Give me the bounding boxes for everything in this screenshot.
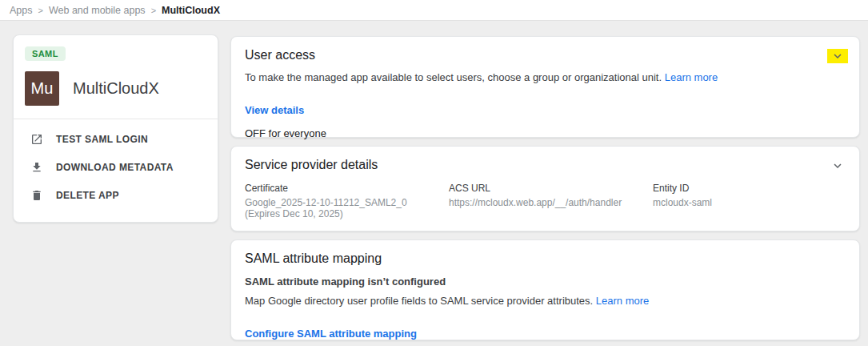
app-name: MultiCloudX <box>73 79 159 98</box>
saml-mapping-status: SAML attribute mapping isn’t configured <box>245 276 846 288</box>
user-access-card: User access To make the managed app avai… <box>230 36 860 138</box>
menu-item-label: DOWNLOAD METADATA <box>56 162 174 173</box>
breadcrumb-item-web-and-mobile-apps[interactable]: Web and mobile apps <box>49 5 146 16</box>
breadcrumb-separator: > <box>38 6 43 15</box>
description-text: Map Google directory user profile fields… <box>245 295 593 307</box>
acs-url-field: ACS URL https://mcloudx.web.app/__/auth/… <box>449 183 653 219</box>
certificate-field: Certificate Google_2025-12-10-11212_SAML… <box>245 183 449 219</box>
user-access-status: OFF for everyone <box>245 127 846 139</box>
download-icon <box>30 161 43 174</box>
breadcrumb: Apps > Web and mobile apps > MultiCloudX <box>10 5 220 16</box>
field-label: Certificate <box>245 183 441 194</box>
app-info-card: SAML Mu MultiCloudX TEST SAML LOGIN DOWN… <box>13 34 218 223</box>
field-value-secondary: (Expires Dec 10, 2025) <box>245 208 441 219</box>
field-value: Google_2025-12-10-11212_SAML2_0 <box>245 197 441 208</box>
menu-item-label: TEST SAML LOGIN <box>56 134 148 145</box>
menu-item-label: DELETE APP <box>56 190 119 201</box>
breadcrumb-item-apps[interactable]: Apps <box>10 5 33 16</box>
learn-more-link[interactable]: Learn more <box>596 295 649 307</box>
saml-mapping-description: Map Google directory user profile fields… <box>245 295 846 307</box>
field-label: ACS URL <box>449 183 645 194</box>
saml-badge: SAML <box>25 46 66 61</box>
test-saml-login-button[interactable]: TEST SAML LOGIN <box>14 125 218 153</box>
user-access-title: User access <box>245 48 846 62</box>
saml-mapping-title: SAML attribute mapping <box>245 251 846 266</box>
view-details-link[interactable]: View details <box>245 104 304 116</box>
configure-saml-mapping-link[interactable]: Configure SAML attribute mapping <box>245 328 417 340</box>
description-text: To make the managed app available to sel… <box>245 71 662 83</box>
saml-mapping-card: SAML attribute mapping SAML attribute ma… <box>230 239 860 340</box>
breadcrumb-item-current: MultiCloudX <box>162 5 220 16</box>
app-actions-menu: TEST SAML LOGIN DOWNLOAD METADATA DELETE… <box>14 119 218 209</box>
chevron-down-icon <box>830 159 845 173</box>
service-provider-card: Service provider details Certificate Goo… <box>230 146 860 231</box>
breadcrumb-separator: > <box>151 6 156 15</box>
entity-id-field: Entity ID mcloudx-saml <box>653 183 846 219</box>
field-label: Entity ID <box>653 183 838 194</box>
delete-app-button[interactable]: DELETE APP <box>14 181 218 209</box>
user-access-description: To make the managed app available to sel… <box>245 71 846 83</box>
user-access-expand-button[interactable] <box>827 49 848 63</box>
open-in-new-icon <box>30 133 43 146</box>
field-value: mcloudx-saml <box>653 197 838 208</box>
breadcrumb-bar: Apps > Web and mobile apps > MultiCloudX <box>0 0 868 21</box>
service-provider-expand-button[interactable] <box>827 159 848 173</box>
learn-more-link[interactable]: Learn more <box>665 71 718 83</box>
app-identity: Mu MultiCloudX <box>25 71 206 106</box>
chevron-down-icon <box>830 49 845 63</box>
delete-icon <box>30 189 43 202</box>
field-value: https://mcloudx.web.app/__/auth/handler <box>449 197 645 208</box>
service-provider-title: Service provider details <box>245 158 846 172</box>
service-provider-fields: Certificate Google_2025-12-10-11212_SAML… <box>245 183 846 219</box>
download-metadata-button[interactable]: DOWNLOAD METADATA <box>14 153 218 181</box>
app-avatar: Mu <box>25 71 59 106</box>
